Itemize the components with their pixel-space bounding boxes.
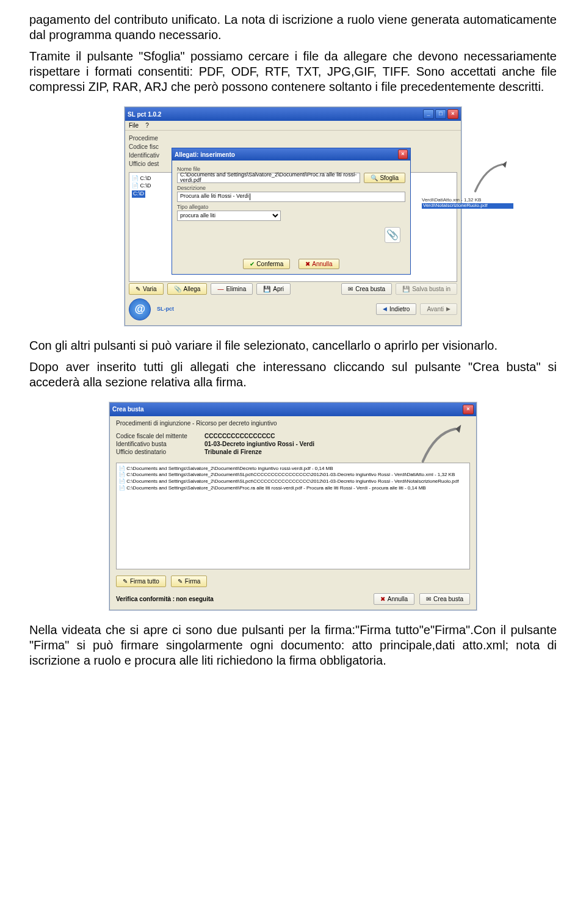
annulla-button[interactable]: ✖Annulla — [374, 593, 414, 605]
paperclip-icon[interactable]: 📎 — [385, 227, 400, 243]
verify-row: Verifica conformità : non eseguita ✖Annu… — [110, 590, 476, 606]
crea-busta-button[interactable]: ✉Crea busta — [341, 283, 392, 295]
pen-icon — [471, 161, 513, 195]
window-title: Crea busta — [112, 406, 144, 413]
firma-tutto-button[interactable]: ✎Firma tutto — [116, 576, 166, 587]
salva-busta-button: 💾Salva busta in — [396, 283, 457, 295]
crea-busta-button[interactable]: ✉Crea busta — [419, 593, 470, 605]
save-icon: 💾 — [402, 286, 410, 292]
envelope-icon: ✉ — [348, 286, 353, 292]
window-titlebar: SL pct 1.0.2 _ □ × — [125, 107, 461, 121]
close-icon[interactable]: × — [447, 109, 458, 119]
bottom-toolbar: ✎Varia 📎Allega —Elimina 💾Apri ✉Crea bust… — [129, 283, 457, 295]
list-item[interactable]: C:\Documents and Settings\Salvatore_2\Do… — [119, 472, 467, 478]
envelope-icon: ✉ — [426, 596, 431, 602]
paragraph: Con gli altri pulsanti si può variare il… — [29, 338, 557, 353]
side-file-list: Verdi\DatiAtto.xm - 1,32 KB Verdi\NotaIs… — [422, 198, 513, 209]
conferma-button[interactable]: ✔Conferma — [243, 259, 290, 269]
save-icon: 💾 — [263, 286, 270, 292]
paragraph: Dopo aver inserito tutti gli allegati ch… — [29, 359, 557, 390]
maximize-icon[interactable]: □ — [435, 109, 446, 119]
meta-value: 01-03-Decreto ingiuntivo Rossi - Verdi — [204, 441, 314, 447]
meta-key: Codice fiscale del mittente — [116, 433, 204, 439]
paperclip-icon: 📎 — [174, 286, 181, 292]
firma-button[interactable]: ✎Firma — [171, 576, 208, 587]
sign-toolbar: ✎Firma tutto ✎Firma — [110, 573, 476, 590]
window-titlebar: Crea busta × — [110, 403, 476, 416]
annulla-button[interactable]: ✖Annulla — [298, 259, 339, 269]
apri-button[interactable]: 💾Apri — [256, 283, 291, 295]
screenshot-allegati: SL pct 1.0.2 _ □ × File ? Procedime Codi… — [125, 107, 461, 326]
paragraph: Tramite il pulsante "Sfoglia" possiamo c… — [29, 49, 557, 95]
allega-button[interactable]: 📎Allega — [167, 283, 208, 295]
verify-label: Verifica conformità : — [116, 596, 175, 602]
list-item[interactable]: C:\Documents and Settings\Salvatore_2\Do… — [119, 466, 467, 472]
avanti-button: Avanti▶ — [420, 303, 457, 315]
arrow-left-icon: ◀ — [383, 306, 387, 312]
meta-value: CCCCCCCCCCCCCCCC — [204, 433, 275, 439]
meta-key: Identificativo busta — [116, 441, 204, 447]
minimize-icon[interactable]: _ — [423, 109, 434, 119]
list-item[interactable]: C:\Documents and Settings\Salvatore_2\Do… — [119, 485, 467, 492]
meta-key: Ufficio destinatario — [116, 449, 204, 455]
sfoglia-button[interactable]: 🔍Sfoglia — [364, 173, 405, 183]
pencil-icon: ✎ — [178, 578, 183, 585]
meta-value: Tribunale di Firenze — [204, 449, 262, 455]
minus-icon: — — [217, 286, 223, 292]
list-item[interactable]: C:\Documents and Settings\Salvatore_2\Do… — [119, 478, 467, 485]
check-icon: ✔ — [250, 261, 255, 267]
pencil-icon: ✎ — [136, 286, 140, 292]
menu-help[interactable]: ? — [145, 122, 149, 129]
pencil-icon: ✎ — [123, 578, 128, 585]
close-icon[interactable]: × — [463, 405, 474, 414]
varia-button[interactable]: ✎Varia — [129, 283, 164, 295]
file-label-selected: Verdi\NotaIscrizioneRuolo.pdf — [422, 203, 513, 209]
file-list[interactable]: C:\Documents and Settings\Salvatore_2\Do… — [116, 463, 470, 569]
label-descrizione: Descrizione — [177, 186, 405, 192]
dialog-titlebar: Allegati: inserimento × — [172, 148, 410, 161]
input-descrizione[interactable]: Procura alle liti Rossi - Verdi — [177, 192, 405, 202]
select-tipo-allegato[interactable]: procura alle liti — [177, 211, 281, 221]
menubar: File ? — [125, 121, 461, 131]
paragraph: Nella videata che si apre ci sono due pu… — [29, 623, 557, 668]
pen-icon — [419, 425, 468, 461]
arrow-right-icon: ▶ — [446, 306, 450, 312]
indietro-button[interactable]: ◀Indietro — [376, 303, 416, 315]
elimina-button[interactable]: —Elimina — [211, 283, 253, 295]
search-icon: 🔍 — [371, 175, 378, 181]
dialog-allegati-inserimento: Allegati: inserimento × Nome file C:\Doc… — [172, 148, 411, 275]
menu-file[interactable]: File — [129, 122, 139, 129]
dialog-title: Allegati: inserimento — [175, 151, 235, 158]
input-nome-file[interactable]: C:\Documents and Settings\Salvatore_2\Do… — [177, 173, 360, 183]
window-title: SL pct 1.0.2 — [128, 111, 161, 118]
screenshot-crea-busta: Crea busta × Procedimenti di ingiunzione… — [109, 402, 477, 610]
label: Procedime — [129, 135, 457, 142]
close-icon[interactable]: × — [398, 150, 408, 159]
cancel-icon: ✖ — [305, 261, 310, 267]
cancel-icon: ✖ — [380, 596, 385, 602]
paragraph: pagamento del contributo unificato. La n… — [29, 12, 557, 43]
brand-label: SL-pct — [157, 306, 174, 312]
at-logo-icon: @ — [129, 298, 151, 320]
verify-status: non eseguita — [176, 596, 214, 602]
label-tipo-allegato: Tipo allegato — [177, 204, 405, 211]
